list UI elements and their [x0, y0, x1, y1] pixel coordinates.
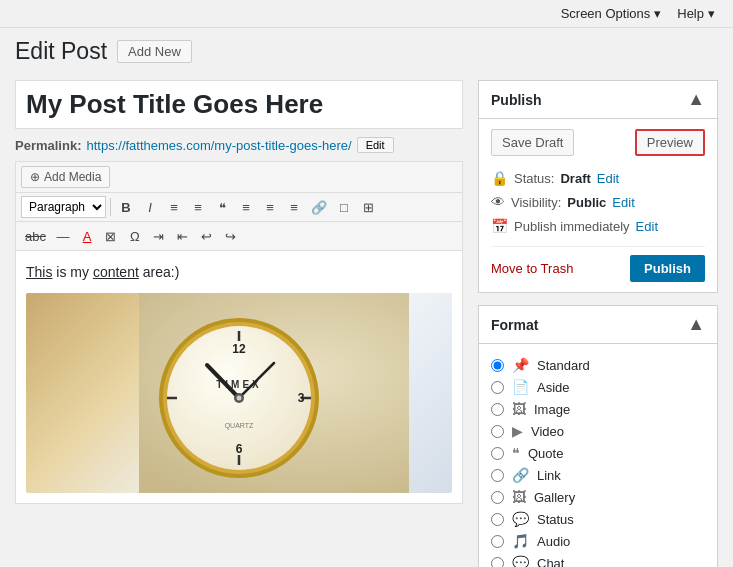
- add-media-label: Add Media: [44, 170, 101, 184]
- formatting-toolbar-row2: abc — A ⊠ Ω ⇥ ⇤ ↩ ↪: [15, 221, 463, 250]
- format-label-standard[interactable]: Standard: [537, 358, 590, 373]
- insert-readmore-button[interactable]: □: [333, 196, 355, 218]
- format-metabox-body: 📌 Standard 📄 Aside 🖼 Image ▶ Video ❝ Quo…: [479, 344, 717, 567]
- save-draft-button[interactable]: Save Draft: [491, 129, 574, 156]
- bold-button[interactable]: B: [115, 196, 137, 218]
- format-radio-standard[interactable]: [491, 359, 504, 372]
- toolbar-toggle-button[interactable]: ⊞: [357, 196, 379, 218]
- editor-content-area[interactable]: This is my content area:): [15, 250, 463, 504]
- format-label-video[interactable]: Video: [531, 424, 564, 439]
- format-radio-chat[interactable]: [491, 557, 504, 568]
- format-radio-audio[interactable]: [491, 535, 504, 548]
- format-label-audio[interactable]: Audio: [537, 534, 570, 549]
- publish-metabox-title: Publish: [491, 92, 542, 108]
- screen-options-button[interactable]: Screen Options ▾: [553, 6, 670, 21]
- insert-link-button[interactable]: 🔗: [307, 196, 331, 218]
- status-edit-link[interactable]: Edit: [597, 171, 619, 186]
- format-item-link: 🔗 Link: [491, 464, 705, 486]
- help-button[interactable]: Help ▾: [669, 6, 723, 21]
- post-image: 12 3 6 TIMEX QUARTZ: [26, 293, 452, 493]
- paragraph-select[interactable]: Paragraph: [21, 196, 106, 218]
- format-label-link[interactable]: Link: [537, 468, 561, 483]
- format-radio-video[interactable]: [491, 425, 504, 438]
- format-metabox-toggle-icon: ▲: [687, 314, 705, 335]
- italic-button[interactable]: I: [139, 196, 161, 218]
- publish-metabox-header[interactable]: Publish ▲: [479, 81, 717, 119]
- editor-column: Permalink: https://fatthemes.com/my-post…: [15, 80, 463, 567]
- format-label-status[interactable]: Status: [537, 512, 574, 527]
- post-title-input[interactable]: [15, 80, 463, 129]
- page-header: Edit Post Add New: [0, 28, 733, 70]
- format-icon-link: 🔗: [512, 467, 529, 483]
- publish-metabox-body: Save Draft Preview 🔒 Status: Draft Edit …: [479, 119, 717, 292]
- format-item-audio: 🎵 Audio: [491, 530, 705, 552]
- content-area: Permalink: https://fatthemes.com/my-post…: [0, 70, 733, 567]
- format-label-chat[interactable]: Chat: [537, 556, 564, 568]
- format-metabox-title: Format: [491, 317, 538, 333]
- format-metabox-header[interactable]: Format ▲: [479, 306, 717, 344]
- format-item-image: 🖼 Image: [491, 398, 705, 420]
- svg-point-16: [237, 396, 242, 401]
- format-radio-status[interactable]: [491, 513, 504, 526]
- permalink-label: Permalink:: [15, 138, 81, 153]
- help-label: Help: [677, 6, 704, 21]
- format-item-status: 💬 Status: [491, 508, 705, 530]
- format-label-image[interactable]: Image: [534, 402, 570, 417]
- undo-button[interactable]: ↩: [196, 225, 218, 247]
- font-color-button[interactable]: A: [76, 225, 98, 247]
- format-icon-quote: ❝: [512, 445, 520, 461]
- visibility-row: 👁 Visibility: Public Edit: [491, 190, 705, 214]
- visibility-label: Visibility:: [511, 195, 561, 210]
- format-icon-gallery: 🖼: [512, 489, 526, 505]
- format-item-chat: 💬 Chat: [491, 552, 705, 567]
- format-radio-gallery[interactable]: [491, 491, 504, 504]
- format-label-gallery[interactable]: Gallery: [534, 490, 575, 505]
- help-arrow-icon: ▾: [708, 6, 715, 21]
- indent-button[interactable]: ⇥: [148, 225, 170, 247]
- permalink-row: Permalink: https://fatthemes.com/my-post…: [15, 137, 463, 153]
- format-radio-link[interactable]: [491, 469, 504, 482]
- unordered-list-button[interactable]: ≡: [163, 196, 185, 218]
- format-radio-image[interactable]: [491, 403, 504, 416]
- add-media-icon: ⊕: [30, 170, 40, 184]
- format-icon-status: 💬: [512, 511, 529, 527]
- status-icon: 🔒: [491, 170, 508, 186]
- permalink-url[interactable]: https://fatthemes.com/my-post-title-goes…: [86, 138, 351, 153]
- format-label-aside[interactable]: Aside: [537, 380, 570, 395]
- move-to-trash-link[interactable]: Move to Trash: [491, 261, 573, 276]
- screen-options-label: Screen Options: [561, 6, 651, 21]
- special-chars-button[interactable]: Ω: [124, 225, 146, 247]
- format-radio-quote[interactable]: [491, 447, 504, 460]
- align-right-button[interactable]: ≡: [283, 196, 305, 218]
- outdent-button[interactable]: ⇤: [172, 225, 194, 247]
- publish-button[interactable]: Publish: [630, 255, 705, 282]
- paste-text-button[interactable]: ⊠: [100, 225, 122, 247]
- add-new-button[interactable]: Add New: [117, 40, 192, 63]
- svg-text:6: 6: [236, 442, 243, 456]
- visibility-edit-link[interactable]: Edit: [612, 195, 634, 210]
- align-center-button[interactable]: ≡: [259, 196, 281, 218]
- admin-top-bar: Screen Options ▾ Help ▾: [0, 0, 733, 28]
- hr-button[interactable]: —: [52, 225, 74, 247]
- add-media-button[interactable]: ⊕ Add Media: [21, 166, 110, 188]
- publish-metabox: Publish ▲ Save Draft Preview 🔒 Status: D…: [478, 80, 718, 293]
- publish-meta: 🔒 Status: Draft Edit 👁 Visibility: Publi…: [491, 166, 705, 238]
- permalink-edit-button[interactable]: Edit: [357, 137, 394, 153]
- status-label: Status:: [514, 171, 554, 186]
- format-label-quote[interactable]: Quote: [528, 446, 563, 461]
- preview-button[interactable]: Preview: [635, 129, 705, 156]
- svg-text:3: 3: [298, 391, 305, 405]
- blockquote-button[interactable]: ❝: [211, 196, 233, 218]
- ordered-list-button[interactable]: ≡: [187, 196, 209, 218]
- format-item-video: ▶ Video: [491, 420, 705, 442]
- redo-button[interactable]: ↪: [220, 225, 242, 247]
- align-left-button[interactable]: ≡: [235, 196, 257, 218]
- publish-time-label: Publish immediately: [514, 219, 630, 234]
- format-item-standard: 📌 Standard: [491, 354, 705, 376]
- format-radio-aside[interactable]: [491, 381, 504, 394]
- strikethrough-button[interactable]: abc: [21, 225, 50, 247]
- status-value: Draft: [560, 171, 590, 186]
- format-list: 📌 Standard 📄 Aside 🖼 Image ▶ Video ❝ Quo…: [491, 354, 705, 567]
- publish-time-row: 📅 Publish immediately Edit: [491, 214, 705, 238]
- publish-time-edit-link[interactable]: Edit: [636, 219, 658, 234]
